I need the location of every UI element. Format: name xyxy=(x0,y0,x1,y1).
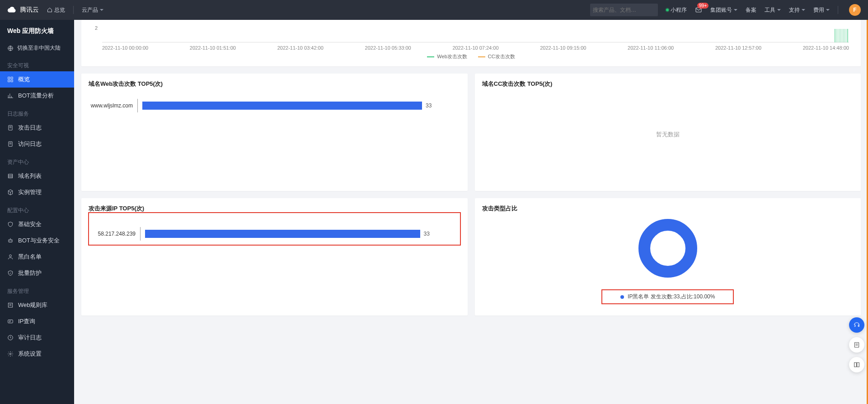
legend-swatch-icon xyxy=(620,295,624,299)
doc-icon xyxy=(7,125,14,131)
svg-rect-14 xyxy=(8,174,12,178)
legend-label: CC攻击次数 xyxy=(488,53,515,60)
sidebar-item[interactable]: 审计日志 xyxy=(0,330,74,346)
nav-cloud-products[interactable]: 云产品 xyxy=(82,6,103,14)
nav-tools-label: 工具 xyxy=(765,6,775,14)
nav-overview-label: 总览 xyxy=(54,6,65,14)
sidebar-item[interactable]: 批量防护 xyxy=(0,265,74,281)
nav-beian[interactable]: 备案 xyxy=(746,6,756,14)
divider xyxy=(73,6,74,14)
support-chat-button[interactable] xyxy=(849,317,864,333)
sidebar-item[interactable]: Web规则库 xyxy=(0,297,74,313)
sidebar: Web 应用防火墙 切换至非中国大陆 安全可视概览BOT流量分析日志服务攻击日志… xyxy=(0,20,74,404)
sidebar-title: Web 应用防火墙 xyxy=(0,20,74,41)
sidebar-item[interactable]: 系统设置 xyxy=(0,346,74,362)
audit-icon xyxy=(7,334,14,341)
card-attack-type: 攻击类型占比 IP黑名单 发生次数:33,占比:100.00% xyxy=(475,198,861,316)
sidebar-switch-region-label: 切换至非中国大陆 xyxy=(17,44,61,52)
shield2-icon xyxy=(7,270,14,276)
svg-rect-6 xyxy=(8,80,10,82)
line-chart-panel: 2 2022-11-10 00:00:002022-11-10 01:51:00… xyxy=(81,20,861,66)
divider xyxy=(838,6,838,14)
legend-label: Web攻击次数 xyxy=(437,53,467,60)
sidebar-item-label: 访问日志 xyxy=(18,140,42,148)
sidebar-item-label: BOT流量分析 xyxy=(18,92,54,100)
sidebar-item-label: 攻击日志 xyxy=(18,124,42,132)
sidebar-item[interactable]: 基础安全 xyxy=(0,216,74,232)
sidebar-switch-region[interactable]: 切换至非中国大陆 xyxy=(0,41,74,56)
svg-rect-5 xyxy=(11,77,13,79)
ip-icon: IP xyxy=(7,318,14,325)
svg-point-19 xyxy=(11,241,11,241)
card-top-web-domains: 域名Web攻击次数 TOP5(次) www.wljslmz.com 33 xyxy=(81,74,468,191)
legend-swatch-icon xyxy=(427,56,434,57)
sidebar-section-header: 日志服务 xyxy=(0,104,74,120)
sidebar-item[interactable]: 访问日志 xyxy=(0,136,74,152)
x-tick: 2022-11-10 05:33:00 xyxy=(365,45,411,51)
svg-text:IP: IP xyxy=(9,320,11,323)
card-top-cc-domains: 域名CC攻击次数 TOP5(次) 暂无数据 xyxy=(475,74,861,191)
bar-value: 33 xyxy=(426,102,432,109)
chart-icon xyxy=(7,93,14,99)
bar-value: 33 xyxy=(424,231,430,237)
attack-trend-chart: 2 2022-11-10 00:00:002022-11-10 01:51:00… xyxy=(89,26,854,51)
nav-support[interactable]: 支持 xyxy=(789,6,805,14)
user-avatar[interactable]: F xyxy=(849,4,861,16)
messages-badge: 99+ xyxy=(697,3,708,9)
card-title: 攻击类型占比 xyxy=(482,204,854,213)
svg-point-18 xyxy=(9,241,10,241)
sidebar-item[interactable]: BOT流量分析 xyxy=(0,88,74,104)
brand-logo[interactable]: 腾讯云 xyxy=(7,5,39,15)
main-content: 2 2022-11-10 00:00:002022-11-10 01:51:00… xyxy=(74,20,868,404)
sidebar-item-label: 基础安全 xyxy=(18,220,42,228)
x-tick: 2022-11-10 14:48:00 xyxy=(803,45,849,51)
bar-fill xyxy=(145,230,420,238)
sidebar-item-label: IP查询 xyxy=(18,317,35,325)
sidebar-item-label: 概览 xyxy=(18,75,30,84)
legend-item[interactable]: Web攻击次数 xyxy=(427,53,467,60)
sidebar-item[interactable]: 实例管理 xyxy=(0,184,74,200)
sidebar-section-header: 安全可视 xyxy=(0,56,74,71)
nav-messages[interactable]: 99+ xyxy=(695,6,702,14)
nav-group-account[interactable]: 集团账号 xyxy=(710,6,737,14)
axis-line xyxy=(140,227,141,241)
legend-item[interactable]: CC攻击次数 xyxy=(478,53,515,60)
highlight-box: 58.217.248.239 33 xyxy=(89,213,460,245)
home-icon xyxy=(47,7,52,13)
sidebar-item[interactable]: 域名列表 xyxy=(0,168,74,184)
book-icon xyxy=(853,361,860,368)
sidebar-item[interactable]: 概览 xyxy=(0,71,74,88)
nav-overview[interactable]: 总览 xyxy=(47,6,65,14)
bar-row: www.wljslmz.com 33 xyxy=(89,99,460,112)
sidebar-item-label: 域名列表 xyxy=(18,172,42,180)
empty-state: 暂无数据 xyxy=(482,88,854,181)
card-title: 域名Web攻击次数 TOP5(次) xyxy=(89,80,460,88)
nav-fees[interactable]: 费用 xyxy=(813,6,830,14)
globe-icon xyxy=(7,45,14,51)
sidebar-item[interactable]: IPIP查询 xyxy=(0,313,74,330)
nav-tools[interactable]: 工具 xyxy=(765,6,781,14)
search-input[interactable] xyxy=(593,7,661,13)
shield-icon xyxy=(7,221,14,228)
nav-fees-label: 费用 xyxy=(813,6,824,14)
guide-button[interactable] xyxy=(849,357,864,372)
card-title: 域名CC攻击次数 TOP5(次) xyxy=(482,80,854,88)
sidebar-item-label: BOT与业务安全 xyxy=(18,237,60,245)
svg-rect-29 xyxy=(854,343,859,348)
sidebar-item-label: 批量防护 xyxy=(18,269,42,277)
global-search[interactable] xyxy=(590,4,658,16)
sidebar-item[interactable]: BOT与业务安全 xyxy=(0,232,74,249)
x-axis xyxy=(102,42,849,42)
docs-button[interactable] xyxy=(849,337,864,353)
sidebar-item[interactable]: 黑白名单 xyxy=(0,249,74,265)
svg-point-28 xyxy=(9,353,11,355)
rules-icon xyxy=(7,302,14,308)
doc-icon xyxy=(853,341,860,348)
sidebar-section-header: 资产中心 xyxy=(0,152,74,168)
user-icon xyxy=(7,254,14,260)
axis-line xyxy=(137,99,138,112)
bar-label: www.wljslmz.com xyxy=(89,102,133,109)
chevron-down-icon xyxy=(802,9,805,11)
sidebar-item[interactable]: 攻击日志 xyxy=(0,120,74,136)
nav-miniprogram[interactable]: 小程序 xyxy=(666,6,687,14)
